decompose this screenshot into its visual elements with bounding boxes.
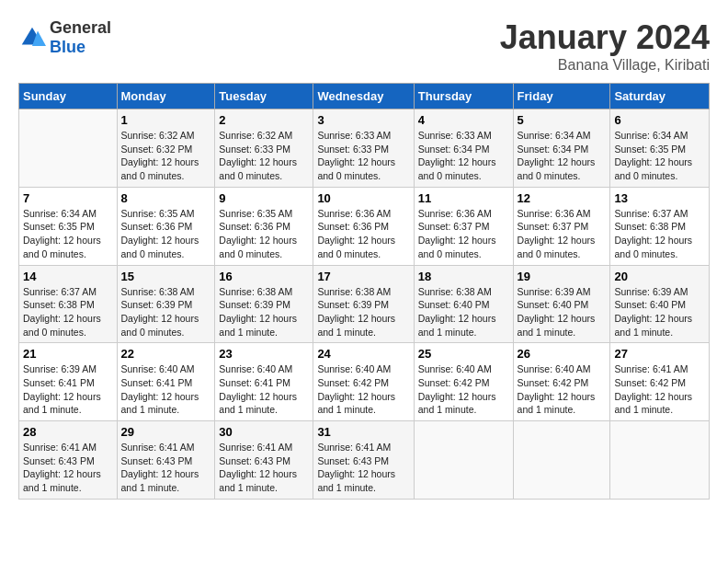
weekday-friday: Friday: [513, 84, 610, 109]
day-number: 20: [614, 270, 705, 283]
calendar-cell: 11Sunrise: 6:36 AMSunset: 6:37 PMDayligh…: [414, 187, 513, 265]
day-number: 10: [317, 191, 409, 205]
week-row-5: 28Sunrise: 6:41 AMSunset: 6:43 PMDayligh…: [19, 421, 710, 500]
calendar-cell: 27Sunrise: 6:41 AMSunset: 6:42 PMDayligh…: [610, 343, 710, 421]
day-info: Sunrise: 6:41 AMSunset: 6:43 PMDaylight:…: [23, 441, 113, 495]
calendar-cell: 13Sunrise: 6:37 AMSunset: 6:38 PMDayligh…: [610, 187, 710, 265]
day-info: Sunrise: 6:35 AMSunset: 6:36 PMDaylight:…: [219, 207, 309, 261]
calendar-cell: [610, 421, 710, 500]
day-info: Sunrise: 6:34 AMSunset: 6:35 PMDaylight:…: [614, 129, 705, 183]
day-number: 5: [518, 113, 607, 127]
day-info: Sunrise: 6:41 AMSunset: 6:43 PMDaylight:…: [219, 441, 309, 495]
calendar-cell: 14Sunrise: 6:37 AMSunset: 6:38 PMDayligh…: [19, 265, 118, 343]
day-number: 26: [518, 347, 607, 361]
calendar-cell: 15Sunrise: 6:38 AMSunset: 6:39 PMDayligh…: [117, 265, 215, 343]
day-info: Sunrise: 6:32 AMSunset: 6:32 PMDaylight:…: [121, 129, 211, 183]
logo-text: General Blue: [50, 18, 111, 57]
calendar-cell: 12Sunrise: 6:36 AMSunset: 6:37 PMDayligh…: [513, 187, 610, 265]
calendar-cell: 22Sunrise: 6:40 AMSunset: 6:41 PMDayligh…: [117, 343, 215, 421]
day-info: Sunrise: 6:36 AMSunset: 6:37 PMDaylight:…: [518, 207, 607, 261]
weekday-sunday: Sunday: [19, 84, 118, 109]
calendar-cell: 26Sunrise: 6:40 AMSunset: 6:42 PMDayligh…: [513, 343, 610, 421]
day-info: Sunrise: 6:35 AMSunset: 6:36 PMDaylight:…: [121, 207, 211, 261]
calendar-title: January 2024: [500, 18, 710, 57]
day-info: Sunrise: 6:39 AMSunset: 6:41 PMDaylight:…: [23, 362, 113, 417]
day-number: 16: [219, 270, 309, 283]
day-info: Sunrise: 6:40 AMSunset: 6:41 PMDaylight:…: [121, 362, 211, 417]
day-number: 22: [121, 347, 211, 361]
day-number: 29: [121, 425, 211, 439]
calendar-cell: 2Sunrise: 6:32 AMSunset: 6:33 PMDaylight…: [215, 109, 313, 188]
weekday-wednesday: Wednesday: [313, 84, 414, 109]
day-info: Sunrise: 6:41 AMSunset: 6:42 PMDaylight:…: [614, 362, 705, 417]
weekday-header-row: SundayMondayTuesdayWednesdayThursdayFrid…: [19, 84, 710, 109]
calendar-body: 1Sunrise: 6:32 AMSunset: 6:32 PMDaylight…: [19, 109, 710, 500]
day-info: Sunrise: 6:40 AMSunset: 6:42 PMDaylight:…: [518, 362, 607, 417]
calendar-cell: 1Sunrise: 6:32 AMSunset: 6:32 PMDaylight…: [117, 109, 215, 188]
day-number: 30: [219, 425, 309, 439]
calendar-cell: 3Sunrise: 6:33 AMSunset: 6:33 PMDaylight…: [313, 109, 414, 188]
calendar-cell: 7Sunrise: 6:34 AMSunset: 6:35 PMDaylight…: [19, 187, 118, 265]
day-number: 24: [317, 347, 409, 361]
day-info: Sunrise: 6:41 AMSunset: 6:43 PMDaylight:…: [121, 441, 211, 495]
day-info: Sunrise: 6:33 AMSunset: 6:34 PMDaylight:…: [418, 129, 509, 183]
day-info: Sunrise: 6:41 AMSunset: 6:43 PMDaylight:…: [317, 441, 409, 495]
calendar-cell: 20Sunrise: 6:39 AMSunset: 6:40 PMDayligh…: [610, 265, 710, 343]
weekday-saturday: Saturday: [610, 84, 710, 109]
day-number: 17: [317, 270, 409, 283]
day-info: Sunrise: 6:40 AMSunset: 6:41 PMDaylight:…: [219, 362, 309, 417]
day-number: 18: [418, 270, 509, 283]
day-info: Sunrise: 6:36 AMSunset: 6:36 PMDaylight:…: [317, 207, 409, 261]
day-number: 19: [518, 270, 607, 283]
calendar-cell: [19, 109, 118, 188]
day-number: 4: [418, 113, 509, 127]
calendar-cell: 8Sunrise: 6:35 AMSunset: 6:36 PMDaylight…: [117, 187, 215, 265]
calendar-cell: 29Sunrise: 6:41 AMSunset: 6:43 PMDayligh…: [117, 421, 215, 500]
day-number: 14: [23, 270, 113, 283]
day-info: Sunrise: 6:36 AMSunset: 6:37 PMDaylight:…: [418, 207, 509, 261]
day-number: 1: [121, 113, 211, 127]
day-number: 8: [121, 191, 211, 205]
day-number: 9: [219, 191, 309, 205]
logo-general: General: [50, 18, 111, 37]
day-info: Sunrise: 6:34 AMSunset: 6:34 PMDaylight:…: [518, 129, 607, 183]
calendar-cell: 21Sunrise: 6:39 AMSunset: 6:41 PMDayligh…: [19, 343, 118, 421]
day-info: Sunrise: 6:37 AMSunset: 6:38 PMDaylight:…: [614, 207, 705, 261]
day-number: 27: [614, 347, 705, 361]
logo-icon: [18, 24, 46, 52]
logo: General Blue: [18, 18, 111, 57]
week-row-3: 14Sunrise: 6:37 AMSunset: 6:38 PMDayligh…: [19, 265, 710, 343]
day-info: Sunrise: 6:34 AMSunset: 6:35 PMDaylight:…: [23, 207, 113, 261]
day-info: Sunrise: 6:37 AMSunset: 6:38 PMDaylight:…: [23, 285, 113, 339]
day-number: 21: [23, 347, 113, 361]
calendar-cell: 4Sunrise: 6:33 AMSunset: 6:34 PMDaylight…: [414, 109, 513, 188]
calendar-cell: 18Sunrise: 6:38 AMSunset: 6:40 PMDayligh…: [414, 265, 513, 343]
weekday-thursday: Thursday: [414, 84, 513, 109]
calendar-cell: 10Sunrise: 6:36 AMSunset: 6:36 PMDayligh…: [313, 187, 414, 265]
day-info: Sunrise: 6:32 AMSunset: 6:33 PMDaylight:…: [219, 129, 309, 183]
calendar-cell: 24Sunrise: 6:40 AMSunset: 6:42 PMDayligh…: [313, 343, 414, 421]
day-number: 31: [317, 425, 409, 439]
day-number: 7: [23, 191, 113, 205]
week-row-4: 21Sunrise: 6:39 AMSunset: 6:41 PMDayligh…: [19, 343, 710, 421]
day-info: Sunrise: 6:39 AMSunset: 6:40 PMDaylight:…: [614, 285, 705, 339]
day-info: Sunrise: 6:38 AMSunset: 6:39 PMDaylight:…: [219, 285, 309, 339]
day-number: 2: [219, 113, 309, 127]
calendar-subtitle: Banana Village, Kiribati: [500, 57, 710, 74]
day-info: Sunrise: 6:38 AMSunset: 6:40 PMDaylight:…: [418, 285, 509, 339]
day-number: 15: [121, 270, 211, 283]
week-row-1: 1Sunrise: 6:32 AMSunset: 6:32 PMDaylight…: [19, 109, 710, 188]
day-info: Sunrise: 6:40 AMSunset: 6:42 PMDaylight:…: [317, 362, 409, 417]
page-header: General Blue January 2024 Banana Village…: [18, 18, 710, 74]
day-number: 13: [614, 191, 705, 205]
calendar-cell: 19Sunrise: 6:39 AMSunset: 6:40 PMDayligh…: [513, 265, 610, 343]
title-area: January 2024 Banana Village, Kiribati: [500, 18, 710, 74]
weekday-tuesday: Tuesday: [215, 84, 313, 109]
weekday-monday: Monday: [117, 84, 215, 109]
calendar-cell: 23Sunrise: 6:40 AMSunset: 6:41 PMDayligh…: [215, 343, 313, 421]
week-row-2: 7Sunrise: 6:34 AMSunset: 6:35 PMDaylight…: [19, 187, 710, 265]
calendar-cell: 30Sunrise: 6:41 AMSunset: 6:43 PMDayligh…: [215, 421, 313, 500]
day-number: 25: [418, 347, 509, 361]
day-info: Sunrise: 6:33 AMSunset: 6:33 PMDaylight:…: [317, 129, 409, 183]
day-number: 23: [219, 347, 309, 361]
